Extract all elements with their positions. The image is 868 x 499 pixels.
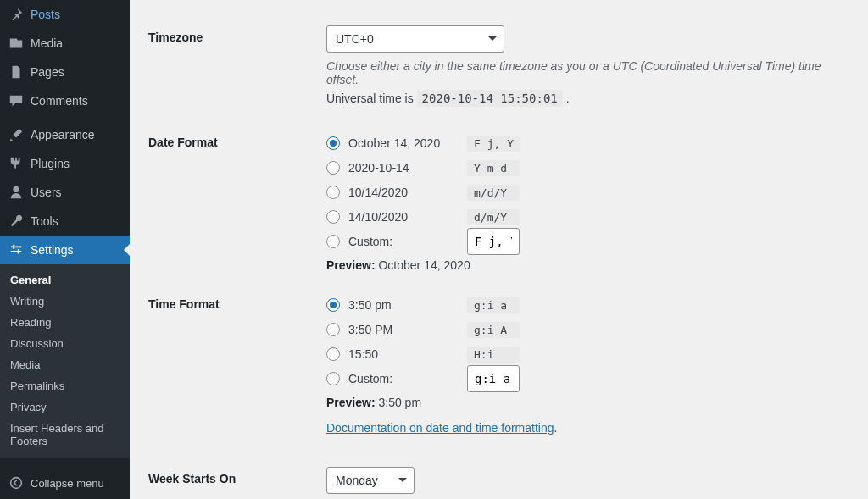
settings-submenu: General Writing Reading Discussion Media…: [0, 264, 130, 458]
time-option-radio[interactable]: [326, 347, 340, 361]
time-format-fieldset: 3:50 pm g:i a 3:50 PM g:i A 15:50 H:i: [326, 292, 849, 446]
date-option-row[interactable]: 14/10/2020 d/m/Y: [326, 205, 849, 229]
time-preview: Preview: 3:50 pm: [326, 396, 849, 409]
time-option-label: 3:50 PM: [348, 323, 459, 336]
collapse-icon: [8, 475, 24, 491]
date-option-custom-row[interactable]: Custom:: [326, 230, 849, 253]
date-option-format: F j, Y: [467, 136, 520, 152]
collapse-menu[interactable]: Collapse menu: [0, 467, 130, 499]
date-option-format: Y-m-d: [467, 160, 520, 176]
date-format-label: Date Format: [148, 120, 326, 282]
sidebar-item-tools[interactable]: Tools: [0, 207, 130, 236]
date-preview: Preview: October 14, 2020: [326, 258, 849, 272]
date-option-row[interactable]: 2020-10-14 Y-m-d: [326, 156, 849, 180]
plug-icon: [8, 156, 24, 171]
time-option-custom-row[interactable]: Custom:: [326, 367, 849, 391]
comments-icon: [8, 93, 24, 108]
week-starts-select[interactable]: Monday: [326, 467, 415, 494]
sidebar-item-label: Media: [31, 36, 63, 50]
collapse-label: Collapse menu: [31, 477, 104, 490]
doc-line: Documentation on date and time formattin…: [326, 421, 849, 435]
sub-item-reading[interactable]: Reading: [0, 312, 130, 333]
time-option-row[interactable]: 15:50 H:i: [326, 342, 849, 366]
sub-item-privacy[interactable]: Privacy: [0, 396, 130, 418]
sidebar-item-comments[interactable]: Comments: [0, 86, 130, 115]
time-option-label: 3:50 pm: [348, 298, 459, 312]
brush-icon: [8, 127, 24, 142]
user-icon: [8, 185, 24, 200]
sidebar-item-label: Comments: [31, 94, 88, 108]
time-option-radio[interactable]: [326, 372, 340, 385]
time-option-row[interactable]: 3:50 pm g:i a: [326, 293, 849, 317]
svg-point-0: [11, 478, 22, 489]
sidebar-item-label: Pages: [31, 65, 64, 79]
date-option-label: 14/10/2020: [348, 210, 459, 224]
sliders-icon: [8, 242, 24, 258]
sidebar-item-plugins[interactable]: Plugins: [0, 149, 130, 178]
date-option-radio[interactable]: [326, 161, 340, 175]
time-option-format: H:i: [467, 347, 520, 363]
week-starts-label: Week Starts On: [148, 457, 326, 499]
timezone-label: Timezone: [148, 15, 326, 120]
sidebar-item-label: Tools: [31, 214, 58, 228]
sidebar-item-pages[interactable]: Pages: [0, 58, 130, 86]
sidebar-item-label: Plugins: [31, 157, 70, 170]
sidebar-item-settings[interactable]: Settings: [0, 236, 130, 264]
sidebar-item-users[interactable]: Users: [0, 178, 130, 207]
date-option-row[interactable]: October 14, 2020 F j, Y: [326, 131, 849, 155]
time-option-radio[interactable]: [326, 323, 340, 336]
time-option-format: g:i A: [467, 322, 520, 338]
sub-item-permalinks[interactable]: Permalinks: [0, 375, 130, 396]
sub-item-headers-footers[interactable]: Insert Headers and Footers: [0, 418, 130, 452]
date-option-format: m/d/Y: [467, 185, 520, 201]
sub-item-discussion[interactable]: Discussion: [0, 333, 130, 354]
media-icon: [8, 36, 24, 51]
universal-time: Universal time is 2020-10-14 15:50:01 .: [326, 91, 849, 105]
time-option-row[interactable]: 3:50 PM g:i A: [326, 318, 849, 341]
date-custom-label: Custom:: [348, 235, 459, 248]
sidebar-item-label: Posts: [31, 8, 60, 21]
time-custom-label: Custom:: [348, 372, 459, 385]
sub-item-writing[interactable]: Writing: [0, 291, 130, 312]
date-option-radio[interactable]: [326, 210, 340, 224]
sidebar-item-posts[interactable]: Posts: [0, 0, 130, 29]
timezone-description: Choose either a city in the same timezon…: [326, 59, 849, 86]
date-format-fieldset: October 14, 2020 F j, Y 2020-10-14 Y-m-d…: [326, 130, 849, 272]
date-custom-input[interactable]: [467, 228, 520, 255]
wrench-icon: [8, 213, 24, 229]
pages-icon: [8, 64, 24, 80]
settings-content: Timezone UTC+0 Choose either a city in t…: [130, 0, 868, 499]
sidebar-item-label: Users: [31, 186, 62, 199]
date-option-radio[interactable]: [326, 136, 340, 150]
date-option-format: d/m/Y: [467, 209, 520, 225]
admin-sidebar: Posts Media Pages Comments: [0, 0, 130, 499]
date-option-radio[interactable]: [326, 186, 340, 199]
universal-time-value: 2020-10-14 15:50:01: [417, 90, 563, 107]
sub-item-media[interactable]: Media: [0, 354, 130, 375]
sidebar-item-label: Appearance: [31, 128, 95, 141]
time-option-radio[interactable]: [326, 298, 340, 312]
time-format-label: Time Format: [148, 282, 326, 457]
date-option-radio[interactable]: [326, 235, 340, 248]
date-option-label: 10/14/2020: [348, 186, 459, 199]
date-option-row[interactable]: 10/14/2020 m/d/Y: [326, 180, 849, 204]
date-option-label: October 14, 2020: [348, 136, 459, 150]
admin-menu: Posts Media Pages Comments: [0, 0, 130, 264]
date-option-label: 2020-10-14: [348, 161, 459, 175]
time-custom-input[interactable]: [467, 365, 520, 392]
timezone-select[interactable]: UTC+0: [326, 25, 504, 53]
sub-item-general[interactable]: General: [0, 269, 130, 291]
time-option-label: 15:50: [348, 347, 459, 361]
time-option-format: g:i a: [467, 297, 520, 313]
sidebar-item-label: Settings: [31, 243, 74, 257]
pin-icon: [8, 7, 24, 22]
doc-link[interactable]: Documentation on date and time formattin…: [326, 421, 554, 435]
sidebar-item-media[interactable]: Media: [0, 29, 130, 58]
sidebar-item-appearance[interactable]: Appearance: [0, 120, 130, 149]
